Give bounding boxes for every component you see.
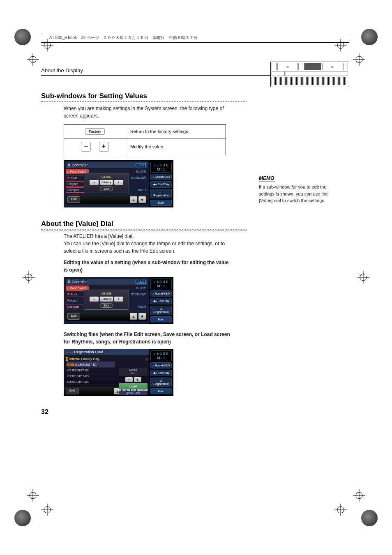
popup-title: GLIDE [86,292,127,295]
main-button[interactable]: Main [150,200,172,206]
table-row: − + Modify the value. [64,138,226,155]
exit-button[interactable]: Exit [67,313,80,320]
page-badge: P.1/3 [136,280,146,284]
crop-mark-icon [23,271,35,283]
crop-mark-icon [334,504,347,516]
param-rfoot: R Foot [66,175,86,180]
memo-label: MEMO [259,175,275,182]
table-row: Factory Return to the factory settings. [64,125,226,138]
plus-button-icon: + [99,142,109,152]
param-damper: Damper [66,187,86,193]
popup-factory-button[interactable]: Factory [100,180,113,185]
list-item[interactable]: 04:REGIST-04 [66,379,115,385]
screen-title: Controller [72,280,88,284]
popup-minus-button[interactable]: − [90,297,99,302]
param-registr: Registr [66,181,86,187]
caption-editing: Editing the value of a setting (when a s… [64,259,232,274]
sound-kbd-button[interactable]: ♪ Sound/KBD [150,362,172,368]
device-screenshot-controller-plain: ⚙ Controller P.1/3 L Foot SwitchGLIDE R … [64,277,173,324]
param-registr: Registr [66,298,86,303]
breadcrumb: Internal Factory Reg. [69,357,100,361]
tempo-display: ♪ = 1 3 0 M : 1 [150,162,172,173]
sound-kbd-button[interactable]: ♪ Sound/KBD [150,290,172,297]
registration-button[interactable]: ▭ Registration [150,378,172,387]
rec-play-button[interactable]: ◀● Rec/Play [150,181,172,188]
minus-button-icon: − [81,142,91,152]
device-screenshot-controller-factory: ⚙ Controller P.1/3 L Foot SwitchGLIDE R … [64,160,173,207]
popup-factory-button[interactable]: Factory [100,297,113,302]
subwindows-intro: When you are making settings in the Syst… [64,105,232,120]
screen-title: Controller [72,163,88,167]
crop-mark-icon [353,489,365,502]
list-item[interactable]: 03:REGIST-03 [66,373,115,379]
exit-button[interactable]: Exit [67,196,80,203]
crop-mark-icon [27,53,39,66]
rec-play-button[interactable]: ◀● Rec/Play [150,370,172,376]
factory-button-icon: Factory [85,128,105,135]
crop-mark-icon [27,489,39,502]
registration-button[interactable]: ▭ Registration [150,189,172,198]
up-arrow-button[interactable]: ▲ [130,196,137,203]
section-title: About the Display [41,67,83,74]
go-to-save-button[interactable]: go to Save [119,391,148,395]
popup-plus-button[interactable]: + [114,180,123,185]
popup-exit-button[interactable]: Exit [100,187,113,191]
heading-subwindows: Sub-windows for Setting Values [41,92,247,103]
list-item[interactable]: Next01:REGIST-01 [66,362,115,368]
table-desc: Return to the factory settings. [126,125,226,138]
tempo-display: ♪ = 1 3 0 M : 1 [150,279,172,289]
tempo-display: ♪ = 1 3 0 M : 1 [150,350,172,361]
popup-title: GLIDE [86,175,127,179]
print-mark-sphere [14,29,31,45]
plus-button[interactable]: + [134,377,141,382]
param-rfoot: R Foot [66,292,86,297]
print-mark-sphere [361,29,378,45]
crop-mark-icon [41,504,53,516]
up-arrow-button[interactable]: ▲ [130,313,137,320]
down-arrow-button[interactable]: ▼ [138,313,146,320]
panel-layout-diagram: |||||| |||||| [270,62,349,87]
main-button[interactable]: Main [150,316,172,322]
minus-button[interactable]: − [125,377,133,382]
rec-play-button[interactable]: ◀● Rec/Play [150,298,172,304]
main-button[interactable]: Main [150,388,172,394]
device-screenshot-registration-load: ▭▭ Registration Load !! Internal Factory… [64,349,173,396]
value-dial-intro2: You can use the [Value] dial to change t… [64,240,232,255]
book-header: AT-800_e.book 32 ページ ２００８年１０月１５日 水曜日 午前９… [41,33,349,43]
memo-text: If a sub-window for you to edit the sett… [259,184,329,204]
page-badge: P.1/3 [136,163,146,167]
crop-mark-icon [357,271,369,283]
param-damper: Damper [66,304,86,309]
print-mark-sphere [361,510,378,526]
registration-button[interactable]: ▭ Registration [150,306,172,315]
popup-minus-button[interactable]: − [90,180,99,185]
down-arrow-button[interactable]: ▼ [138,196,146,203]
popup-exit-button[interactable]: Exit [100,303,113,308]
caption-switching: Switching files (when the File Edit scre… [64,331,232,345]
popup-plus-button[interactable]: + [114,297,123,302]
value-dial-intro1: The ATELIER has a [Value] dial. [64,233,232,240]
list-item[interactable]: 02:REGIST-02 [66,368,115,373]
screen-title: Registration Load [74,350,104,354]
table-desc: Modify the value. [126,138,226,155]
exit-button[interactable]: Exit [66,388,78,394]
media-selector[interactable]: MediaUser [119,368,148,376]
load-button[interactable]: Load [119,383,148,389]
print-mark-sphere [14,510,31,526]
sound-kbd-button[interactable]: ♪ Sound/KBD [150,174,172,180]
settings-table: Factory Return to the factory settings. … [64,124,226,155]
heading-value-dial: About the [Value] Dial [41,220,247,231]
page-number: 32 [41,408,247,416]
crop-mark-icon [353,53,365,66]
